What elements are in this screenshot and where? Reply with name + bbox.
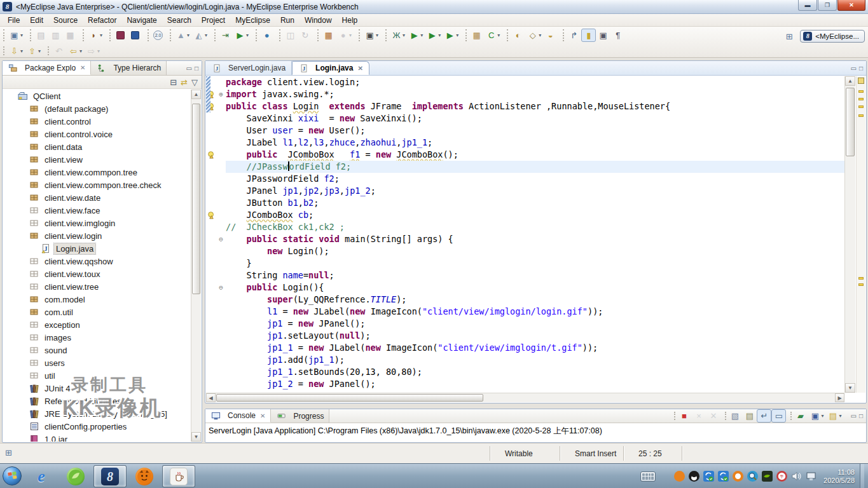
tree-item--default-package-[interactable]: (default package) [3, 102, 191, 115]
open-perspective-icon[interactable]: ⊞ [783, 30, 796, 43]
tree-item-qclient[interactable]: QClient [3, 90, 191, 102]
code-editor[interactable]: package client.view.login;⊕import javax.… [206, 76, 844, 393]
tree-item-com-model[interactable]: com.model [3, 293, 191, 306]
editor-tab-serverlogin-java[interactable]: JServerLogin.java [205, 61, 292, 75]
tree-item-client-view-commpon-tree-check[interactable]: client.view.commpon.tree.check [3, 179, 191, 191]
editor-tab-close-icon[interactable]: ✕ [357, 65, 362, 72]
new-java-class-button[interactable]: C▾ [484, 29, 502, 42]
web-browser-button[interactable]: ● [259, 29, 274, 42]
tree-item-sound[interactable]: sound [3, 344, 191, 356]
tab-package-explorer[interactable]: Package Explo ✕ [3, 61, 91, 75]
editor-minimize-icon[interactable]: ▭ [851, 65, 857, 72]
forward-dropdown-icon[interactable]: ▾ [97, 48, 100, 54]
tree-item-client-view[interactable]: client.view [3, 153, 191, 166]
console-maximize-icon[interactable]: □ [859, 412, 863, 419]
code-line[interactable]: jp1.setLayout(null); [206, 330, 844, 342]
tray-network-icon[interactable] [806, 471, 816, 482]
code-line[interactable]: ⊕import javax.swing.*; [206, 88, 844, 100]
code-line[interactable]: jp1_1 = new JLabel(new ImageIcon("client… [206, 342, 844, 354]
warning-marker[interactable] [858, 105, 864, 108]
menu-file[interactable]: File [3, 15, 25, 26]
explorer-scroll-down-icon[interactable]: ▼ [191, 432, 201, 442]
fold-plus-icon[interactable]: ⊕ [216, 88, 226, 100]
code-line[interactable]: JPanel jp1,jp2,jp3,jp1_2; [206, 185, 844, 197]
fold-minus-icon[interactable]: ⊖ [216, 281, 226, 294]
display-selected-console-button[interactable]: ▣▾ [808, 409, 825, 423]
tree-item-images[interactable]: images [3, 331, 191, 344]
debug-button[interactable]: Ж▾ [389, 29, 407, 42]
server-run-button[interactable]: ▶▾ [233, 29, 251, 42]
tree-item-jre-system-library-jdk1-7-0-15-[interactable]: JRE System Library [jdk1.7.0_15] [3, 407, 191, 420]
editor-scroll-left-icon[interactable]: ◀ [206, 393, 216, 402]
word-wrap-button[interactable]: ↵ [757, 409, 771, 423]
explorer-minimize-icon[interactable]: ▭ [186, 65, 192, 72]
tree-item-users[interactable]: users [3, 356, 191, 369]
menu-source[interactable]: Source [48, 15, 83, 26]
validate-button[interactable]: 2.0 [151, 29, 165, 42]
code-line[interactable]: User user = new User(); [206, 125, 844, 137]
menu-window[interactable]: Window [300, 15, 337, 26]
tab-console[interactable]: Console ✕ [205, 409, 271, 423]
run-history-dropdown-icon[interactable]: ▾ [438, 32, 441, 38]
code-line[interactable]: package client.view.login; [206, 76, 844, 88]
show-desktop-button[interactable] [860, 464, 864, 488]
tree-item-client-view-imglogin[interactable]: client.view.imglogin [3, 217, 191, 229]
tree-item-client-view-toux[interactable]: client.view.toux [3, 268, 191, 280]
tab-progress[interactable]: Progress [271, 409, 329, 423]
restore-button[interactable]: ❐ [818, 0, 837, 11]
new-wizard-dropdown-icon[interactable]: ▾ [20, 32, 23, 38]
new-java-package-button[interactable]: ▦ [469, 29, 484, 42]
app-myeclipse-button[interactable]: 8 [93, 465, 127, 487]
code-line[interactable]: ⊖ public static void main(String[] args)… [206, 233, 844, 245]
run-dropdown-icon[interactable]: ▾ [420, 32, 423, 38]
editor-vscrollbar[interactable]: ▲ ▼ [844, 76, 855, 393]
previous-annotation-button[interactable]: ⇧▾ [25, 44, 43, 58]
display-selected-console-dropdown-icon[interactable]: ▾ [821, 413, 823, 419]
start-button[interactable] [0, 464, 24, 488]
tree-item-junit-4[interactable]: JUnit 4 [3, 382, 191, 395]
new-ejb-project-button[interactable] [113, 29, 128, 42]
menu-edit[interactable]: Edit [25, 15, 48, 26]
tree-item-com-util[interactable]: com.util [3, 306, 191, 318]
open-console-button[interactable]: ▤▾ [825, 409, 843, 423]
code-line[interactable]: l1 = new JLabel(new ImageIcon("client/vi… [206, 306, 844, 318]
app-java-button[interactable] [162, 465, 195, 487]
search-dropdown-icon[interactable]: ▾ [539, 32, 541, 38]
tree-item-client-view-face[interactable]: client.view.face [3, 204, 191, 217]
explorer-scroll-thumb[interactable] [192, 104, 200, 294]
code-line[interactable]: public class Login extends JFrame implem… [206, 100, 844, 112]
menu-refactor[interactable]: Refactor [83, 15, 121, 26]
code-line[interactable]: new Login(); [206, 245, 844, 257]
code-line[interactable]: JComboBox cb; [206, 209, 844, 221]
explorer-scrollbar[interactable]: ▲ ▼ [191, 90, 201, 442]
previous-annotation-dropdown-icon[interactable]: ▾ [38, 48, 41, 54]
view-menu-icon[interactable]: ▽ [191, 78, 198, 87]
menu-run[interactable]: Run [275, 15, 300, 26]
tree-item-referenced-libraries[interactable]: Referenced Libraries [3, 395, 191, 407]
report-design-button[interactable]: ▦ [321, 29, 336, 42]
package-explorer-close-icon[interactable]: ✕ [80, 64, 85, 71]
tray-search-icon[interactable] [747, 471, 758, 482]
explorer-maximize-icon[interactable]: □ [195, 65, 198, 72]
tree-item-client-view-qqshow[interactable]: client.view.qqshow [3, 255, 191, 268]
code-line[interactable]: String name=null; [206, 269, 844, 281]
tree-item-client-view-login[interactable]: client.view.login [3, 229, 191, 242]
link-with-editor-icon[interactable]: ⇄ [181, 78, 188, 87]
tray-seal-icon[interactable]: 学 [776, 471, 787, 482]
back-dropdown-icon[interactable]: ▾ [79, 48, 82, 54]
editor-hscroll-thumb[interactable] [216, 394, 483, 402]
menu-search[interactable]: Search [162, 15, 196, 26]
annotation-criteria-icon[interactable] [858, 78, 864, 84]
warning-marker[interactable] [858, 98, 864, 100]
code-line[interactable]: jp1_1.setBounds(20,13, 80,80); [206, 366, 844, 378]
menu-project[interactable]: Project [196, 15, 230, 26]
fold-minus-icon[interactable]: ⊖ [216, 233, 226, 245]
tree-item-client-control-voice[interactable]: client.control.voice [3, 128, 191, 140]
new-wizard-button[interactable]: ▣▾ [7, 29, 25, 42]
open-resource-button[interactable]: ◒ [543, 29, 558, 42]
warning-marker[interactable] [858, 283, 864, 286]
code-line[interactable]: jp1 = new JPanel(); [206, 318, 844, 330]
debug-dropdown-icon[interactable]: ▾ [403, 32, 405, 38]
new-myeclipse-wizard-dropdown-icon[interactable]: ▾ [100, 32, 102, 38]
tab-type-hierarchy[interactable]: Type Hierarch [91, 61, 167, 75]
